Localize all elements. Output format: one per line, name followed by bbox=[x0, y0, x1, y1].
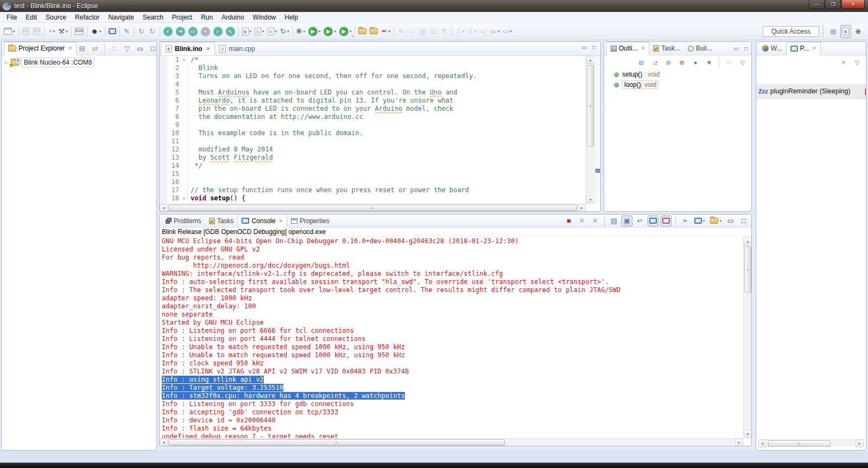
plugin-hscrollbar[interactable]: ◂ ≡ ▸ bbox=[758, 439, 864, 447]
import-projects-button[interactable] bbox=[357, 25, 368, 38]
menu-help[interactable]: Help bbox=[280, 12, 302, 22]
menu-refactor[interactable]: Refactor bbox=[71, 12, 104, 22]
menu-window[interactable]: Window bbox=[249, 12, 281, 22]
minimize-view-button[interactable]: ▭ bbox=[725, 216, 736, 226]
close-icon[interactable]: ✕ bbox=[641, 46, 645, 51]
menu-project[interactable]: Project bbox=[168, 12, 197, 22]
tab-build-targets[interactable]: Buil... bbox=[684, 42, 716, 55]
maximize-view-button[interactable]: □ bbox=[148, 43, 157, 54]
scroll-left-icon[interactable]: ◂ bbox=[758, 440, 766, 447]
minimize-window-button[interactable]: — bbox=[809, 0, 825, 9]
new-source-file-button[interactable]: c▾ bbox=[266, 25, 279, 38]
overview-annotation[interactable] bbox=[595, 169, 600, 173]
show-stdout-button[interactable] bbox=[648, 216, 658, 226]
arduino-verify-button[interactable]: ✓ bbox=[162, 25, 174, 38]
tab-console[interactable]: Console ✕ bbox=[237, 214, 287, 227]
code-editor[interactable]: 123456789101112131415161718 ⊖⊖ /* Blink … bbox=[160, 56, 586, 204]
console-hscroll-thumb[interactable]: ≡ bbox=[168, 439, 505, 446]
menu-arduino[interactable]: Arduino bbox=[217, 12, 248, 22]
expand-arrow-icon[interactable]: ▷ bbox=[5, 60, 9, 65]
fold-marker-icon[interactable]: ⊖ bbox=[181, 56, 187, 64]
editor-vscroll-thumb[interactable]: ≡ bbox=[587, 65, 594, 147]
tab-problems[interactable]: Problems bbox=[162, 214, 205, 227]
tab-main-cpp[interactable]: c main.cpp bbox=[215, 42, 259, 55]
menu-search[interactable]: Search bbox=[138, 12, 168, 22]
menu-edit[interactable]: Edit bbox=[21, 12, 41, 22]
menu-run[interactable]: Run bbox=[197, 12, 217, 22]
scroll-up-icon[interactable]: ▴ bbox=[744, 237, 752, 245]
tab-tasks[interactable]: ✓ Tasks bbox=[205, 214, 238, 227]
arduino-upload-button[interactable]: ➜ bbox=[174, 25, 187, 38]
show-stderr-button[interactable] bbox=[661, 216, 671, 226]
cpp-perspective-button[interactable]: c bbox=[840, 25, 851, 38]
close-icon[interactable]: ✕ bbox=[206, 46, 211, 52]
scroll-right-icon[interactable]: ▸ bbox=[578, 204, 586, 212]
run-configurations-button[interactable]: ▶▾ bbox=[322, 25, 338, 38]
project-label[interactable]: Blink Nucleo-64 :COM8 bbox=[21, 58, 94, 67]
code-text[interactable]: /* Blink Turns on an LED on for one seco… bbox=[188, 56, 586, 204]
scroll-down-icon[interactable]: ▾ bbox=[744, 430, 752, 438]
build-binary-button[interactable]: 010 bbox=[73, 25, 86, 38]
flash-upload-alt-button[interactable]: ↻ bbox=[147, 25, 158, 38]
close-icon[interactable]: ✕ bbox=[68, 46, 72, 51]
plugin-hscroll-thumb[interactable]: ≡ bbox=[768, 440, 831, 447]
close-icon[interactable]: ✕ bbox=[278, 218, 283, 224]
hide-fields-button[interactable]: ⊘ bbox=[663, 57, 674, 68]
arduino-new-sketch-button[interactable]: ▭ bbox=[187, 25, 199, 38]
open-console-button[interactable]: ▾ bbox=[708, 216, 723, 226]
editor-hscroll-thumb[interactable]: ≡ bbox=[168, 205, 577, 211]
plugin-reminder-row[interactable]: Zzz pluginReminder (Sleeping) [ bbox=[756, 84, 866, 99]
hide-non-public-button[interactable]: ● bbox=[690, 57, 701, 68]
console-vscroll-thumb[interactable]: ≡ bbox=[744, 246, 751, 293]
remote-terminal-button[interactable] bbox=[107, 25, 118, 38]
outline-item-setup[interactable]: setup() : void bbox=[604, 69, 751, 79]
forward-button[interactable]: ⇨▾ bbox=[501, 25, 513, 38]
windows-taskbar[interactable] bbox=[0, 463, 868, 468]
project-tree-item[interactable]: ▷ c Blink Nucleo-64 :COM8 bbox=[2, 55, 156, 67]
maximize-icon[interactable]: □ bbox=[591, 45, 597, 50]
back-history-light-button[interactable]: ⇦ bbox=[478, 25, 489, 38]
terminate-button[interactable]: ■ bbox=[563, 216, 574, 226]
remove-launch-button[interactable]: ✕ bbox=[576, 216, 587, 226]
arduino-save-sketch-button[interactable]: ▪ bbox=[199, 25, 212, 38]
console-hscrollbar[interactable]: ◂ ≡ ▸ bbox=[160, 438, 743, 446]
remove-reminder-button[interactable]: ✕ bbox=[838, 57, 849, 68]
minimize-icon[interactable]: ▭ bbox=[732, 46, 740, 52]
new-wizard-button[interactable]: ▾ bbox=[2, 25, 17, 38]
hide-static-members-button[interactable]: ⊘ bbox=[676, 57, 687, 68]
scroll-left-icon[interactable]: ◂ bbox=[160, 439, 168, 446]
display-console-button[interactable]: ▾ bbox=[693, 216, 707, 226]
view-menu-button[interactable]: ▽ bbox=[852, 57, 863, 68]
remove-all-launches-button[interactable]: ✕ bbox=[590, 216, 600, 226]
menu-file[interactable]: File bbox=[2, 12, 21, 22]
close-window-button[interactable]: ✕ bbox=[841, 0, 865, 9]
generate-code-button[interactable]: ↻▾ bbox=[278, 25, 290, 38]
new-cpp-class-button[interactable]: c▾ bbox=[253, 25, 266, 38]
run-button[interactable]: ▶▾ bbox=[307, 25, 322, 38]
eclipse-app-icon[interactable] bbox=[3, 2, 11, 10]
back-button[interactable]: ⇦▾ bbox=[489, 25, 501, 38]
open-resource-button[interactable] bbox=[368, 25, 379, 38]
console-output[interactable]: GNU MCU Eclipse 64-bits Open On-Chip Deb… bbox=[160, 237, 743, 438]
maximize-view-button[interactable]: □ bbox=[738, 216, 749, 226]
editor-vscrollbar[interactable]: ▴ ≡ ▾ bbox=[586, 56, 594, 204]
pin-console-button[interactable]: ➣ bbox=[680, 216, 690, 226]
tab-outline[interactable]: Outli... ✕ bbox=[606, 42, 649, 55]
tab-plugin-reminder[interactable]: P... ✕ bbox=[786, 42, 821, 55]
tab-blink-ino[interactable]: c Blink.ino ✕ bbox=[161, 42, 215, 55]
link-with-editor-button[interactable]: ⇄ bbox=[90, 43, 100, 54]
scroll-right-icon[interactable]: ▸ bbox=[856, 440, 864, 447]
menu-source[interactable]: Source bbox=[41, 12, 71, 22]
sort-button[interactable]: ↓z bbox=[649, 57, 660, 68]
fold-marker-icon[interactable]: ⊖ bbox=[181, 194, 187, 203]
console-vscrollbar[interactable]: ▴ ≡ ▾ bbox=[743, 237, 751, 438]
scroll-left-icon[interactable]: ◂ bbox=[160, 204, 168, 212]
debug-perspective-button[interactable]: ❋ bbox=[853, 25, 864, 38]
menu-navigate[interactable]: Navigate bbox=[104, 12, 138, 22]
detach-pen-button[interactable]: ✎ bbox=[122, 25, 132, 38]
serial-plotter-button[interactable]: ∿ bbox=[224, 25, 237, 38]
word-wrap-button[interactable]: ↵ bbox=[635, 216, 645, 226]
scroll-right-icon[interactable]: ▸ bbox=[735, 439, 743, 446]
open-perspective-button[interactable]: ⊞ bbox=[828, 25, 839, 38]
outline-item-loop[interactable]: loop() : void bbox=[604, 79, 751, 90]
